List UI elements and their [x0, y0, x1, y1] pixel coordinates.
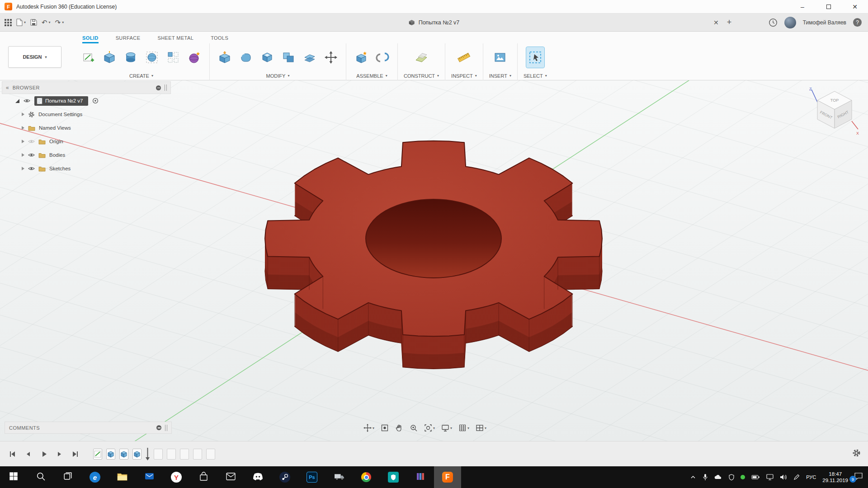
viewport[interactable]: « BROWSER Попытка №2 v7 Document Setting…: [0, 80, 868, 441]
taskbar-chrome-button[interactable]: [353, 466, 380, 488]
browser-item-origin[interactable]: Origin: [2, 135, 171, 148]
help-button[interactable]: ?: [853, 18, 862, 27]
combine-button[interactable]: [279, 47, 297, 68]
browser-header[interactable]: « BROWSER: [2, 81, 171, 94]
volume-icon[interactable]: [780, 474, 787, 480]
viewports-button[interactable]: ▾: [474, 422, 488, 433]
create-sketch-button[interactable]: [79, 47, 97, 68]
insert-canvas-button[interactable]: [491, 47, 509, 68]
expand-arrow-icon[interactable]: [22, 140, 24, 143]
close-button[interactable]: ✕: [842, 0, 868, 13]
job-status-icon[interactable]: [769, 18, 778, 27]
primitive-button[interactable]: [143, 47, 161, 68]
create-group-label[interactable]: CREATE▾: [129, 71, 153, 80]
design-workspace-dropdown[interactable]: DESIGN▾: [8, 46, 61, 68]
avatar[interactable]: [784, 17, 796, 28]
redo-button[interactable]: ↷▾: [55, 19, 64, 27]
taskbar-yandex-browser-button[interactable]: Y: [163, 466, 190, 488]
new-tab-button[interactable]: +: [727, 18, 732, 27]
orbit-button[interactable]: ▾: [362, 422, 376, 433]
revolve-button[interactable]: [122, 47, 140, 68]
expand-arrow-icon[interactable]: [15, 99, 19, 103]
timeline-feature-extrude-2[interactable]: [119, 449, 128, 460]
zoom-button[interactable]: [408, 422, 420, 433]
browser-root-item[interactable]: Попытка №2 v7: [2, 94, 171, 108]
browser-item-named-views[interactable]: Named Views: [2, 121, 171, 135]
grid-settings-button[interactable]: ▾: [457, 422, 471, 433]
move-copy-button[interactable]: [322, 47, 340, 68]
fit-button[interactable]: ▾: [422, 422, 437, 433]
timeline-step-forward-button[interactable]: [54, 448, 66, 460]
select-group-label[interactable]: SELECT▾: [524, 71, 547, 80]
activate-target-icon[interactable]: [92, 98, 99, 104]
timeline-feature-ghost-1[interactable]: [154, 449, 163, 460]
taskbar-archive-button[interactable]: [407, 466, 434, 488]
network-icon[interactable]: [766, 474, 774, 480]
view-cube[interactable]: Z X TOP FRONT RIGHT: [808, 86, 863, 139]
taskbar-search-button[interactable]: [27, 466, 54, 488]
browser-resize-grip[interactable]: [165, 84, 167, 91]
offset-face-button[interactable]: [301, 47, 319, 68]
timeline-go-to-start-button[interactable]: [6, 448, 18, 460]
maximize-button[interactable]: [816, 0, 842, 13]
create-form-button[interactable]: [185, 47, 203, 68]
battery-icon[interactable]: [751, 475, 760, 479]
expand-arrow-icon[interactable]: [22, 167, 24, 170]
timeline-feature-extrude-3[interactable]: [132, 449, 142, 460]
taskbar-security-shield-button[interactable]: [380, 466, 407, 488]
taskbar-outlook-button[interactable]: [136, 466, 163, 488]
user-name[interactable]: Тимофей Валяев: [803, 19, 846, 26]
status-green-icon[interactable]: [741, 475, 745, 479]
timeline-feature-ghost-5[interactable]: [206, 449, 215, 460]
microphone-icon[interactable]: [703, 474, 708, 481]
visibility-eye-icon[interactable]: [24, 98, 30, 103]
assemble-group-label[interactable]: ASSEMBLE▾: [356, 71, 387, 80]
modify-group-label[interactable]: MODIFY▾: [266, 71, 290, 80]
tab-sheet-metal[interactable]: SHEET METAL: [157, 35, 193, 43]
comments-resize-grip[interactable]: [165, 425, 167, 431]
pen-icon[interactable]: [793, 474, 800, 480]
pan-button[interactable]: [393, 422, 405, 433]
timeline-settings-button[interactable]: [852, 449, 868, 459]
visibility-eye-icon[interactable]: [28, 139, 35, 144]
visibility-eye-icon[interactable]: [28, 166, 35, 171]
close-tab-button[interactable]: ✕: [713, 19, 719, 26]
measure-button[interactable]: [455, 47, 473, 68]
fillet-button[interactable]: [237, 47, 255, 68]
app-grid-icon[interactable]: [5, 19, 12, 26]
timeline-feature-ghost-2[interactable]: [167, 449, 176, 460]
taskbar-truck-game-button[interactable]: [326, 466, 353, 488]
browser-item-bodies[interactable]: Bodies: [2, 148, 171, 162]
tab-surface[interactable]: SURFACE: [116, 35, 141, 43]
expand-arrow-icon[interactable]: [22, 126, 24, 130]
construction-plane-button[interactable]: [412, 47, 430, 68]
taskbar-store-button[interactable]: [190, 466, 217, 488]
extrude-button[interactable]: [100, 47, 118, 68]
taskbar-clock[interactable]: 18:47 29.11.2019: [822, 471, 848, 483]
tab-tools[interactable]: TOOLS: [211, 35, 228, 43]
timeline-feature-sketch[interactable]: [93, 449, 102, 460]
taskbar-discord-button[interactable]: [244, 466, 271, 488]
document-tab[interactable]: Попытка №2 v7: [409, 14, 460, 31]
tab-solid[interactable]: SOLID: [82, 35, 99, 43]
gear-body[interactable]: [265, 141, 602, 369]
joint-button[interactable]: [373, 47, 392, 68]
inspect-group-label[interactable]: INSPECT▾: [451, 71, 477, 80]
comments-panel[interactable]: COMMENTS: [5, 422, 172, 434]
taskbar-task-view-button[interactable]: [54, 466, 81, 488]
insert-group-label[interactable]: INSERT▾: [489, 71, 511, 80]
taskbar-edge-button[interactable]: e: [81, 466, 108, 488]
construct-group-label[interactable]: CONSTRUCT▾: [404, 71, 439, 80]
taskbar-file-explorer-button[interactable]: [108, 466, 136, 488]
timeline-go-to-end-button[interactable]: [70, 448, 81, 460]
security-icon[interactable]: [729, 474, 734, 480]
browser-item-document-settings[interactable]: Document Settings: [2, 108, 171, 121]
look-at-button[interactable]: [379, 422, 391, 433]
display-settings-button[interactable]: ▾: [439, 422, 454, 433]
timeline-feature-ghost-4[interactable]: [193, 449, 202, 460]
shell-button[interactable]: [258, 47, 276, 68]
minimize-button[interactable]: –: [789, 0, 816, 13]
timeline-feature-ghost-3[interactable]: [180, 449, 189, 460]
undo-button[interactable]: ↶▾: [42, 19, 51, 27]
root-document-chip[interactable]: Попытка №2 v7: [34, 96, 88, 106]
